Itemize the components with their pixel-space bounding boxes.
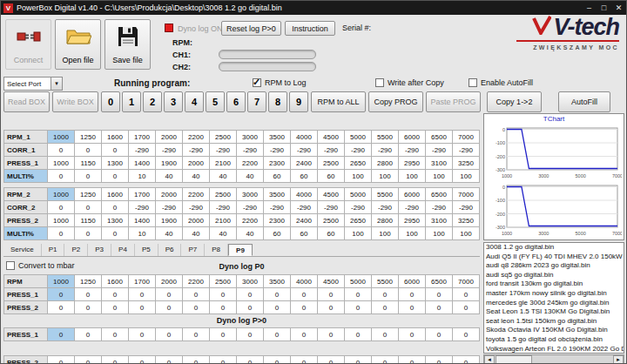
table-cell[interactable]: 100 [453,227,480,240]
table-cell[interactable]: 0 [237,356,264,364]
table-cell[interactable]: 0 [156,328,183,341]
table-cell[interactable]: 0 [102,288,129,301]
table-cell[interactable]: -290 [129,144,156,157]
table-cell[interactable]: 0 [129,328,156,341]
table-cell[interactable]: 0 [372,301,399,314]
open-file-button[interactable]: Open file [55,19,101,70]
table-cell[interactable]: 5500 [372,131,399,144]
table-cell[interactable]: 1600 [102,131,129,144]
write-after-copy-checkbox[interactable]: Write after Copy [375,78,444,87]
horizontal-scrollbar[interactable]: ◄ ► [483,354,624,364]
tab-service[interactable]: Service [3,244,42,256]
instruction-button[interactable]: Instruction [285,21,335,36]
table-cell[interactable]: 4000 [291,188,318,201]
table-cell[interactable]: 6500 [426,275,453,288]
table-cell[interactable]: 0 [453,328,480,341]
table-cell[interactable]: 0 [183,356,210,364]
table-cell[interactable]: 3500 [264,275,291,288]
table-cell[interactable]: 100 [399,227,426,240]
digit-button-7[interactable]: 7 [247,91,266,112]
table-cell[interactable]: 0 [102,356,129,364]
table-cell[interactable]: 0 [372,288,399,301]
table-cell[interactable]: 1000 [48,275,75,288]
table-cell[interactable]: 3500 [264,131,291,144]
table-cell[interactable]: 0 [75,170,102,183]
table-cell[interactable]: 0 [75,328,102,341]
file-list-item[interactable]: master 170km nowy silnik go digital.bin [484,289,624,299]
table-cell[interactable]: 0 [129,301,156,314]
table-cell[interactable]: 100 [372,227,399,240]
table-cell[interactable]: 7000 [453,188,480,201]
table-cell[interactable]: 2200 [237,157,264,170]
table-cell[interactable]: 0 [102,328,129,341]
tab-p9[interactable]: P9 [228,244,253,256]
table-cell[interactable]: -290 [426,144,453,157]
file-list-item[interactable]: Skoda Octavia IV 150KM Go Digital.bin [484,326,624,335]
table-cell[interactable]: 6500 [426,188,453,201]
table-cell[interactable]: -290 [210,201,237,214]
rpm-to-log-checkbox[interactable]: RPM to Log [253,78,307,87]
tab-p1[interactable]: P1 [42,244,65,256]
digit-button-8[interactable]: 8 [268,91,287,112]
scroll-left-arrow[interactable]: ◄ [484,355,495,364]
table-cell[interactable]: 0 [156,288,183,301]
table-cell[interactable]: 0 [264,328,291,341]
table-cell[interactable]: -290 [453,144,480,157]
table-cell[interactable]: 3100 [426,214,453,227]
table-cell[interactable]: 0 [102,227,129,240]
table-cell[interactable]: 2500 [210,275,237,288]
rpm-to-all-button[interactable]: RPM to ALL [311,91,366,112]
table-cell[interactable]: 1000 [48,131,75,144]
tab-p8[interactable]: P8 [205,244,228,256]
digit-button-6[interactable]: 6 [226,91,246,112]
table-cell[interactable]: 1700 [129,188,156,201]
table-cell[interactable]: 0 [264,301,291,314]
table-cell[interactable]: -290 [264,201,291,214]
file-list-item[interactable]: Audi Q5 II (FY FL) 40 TDI MHEV 2.0 150kW… [484,253,624,262]
table-cell[interactable]: 5000 [345,188,372,201]
table-cell[interactable]: 0 [75,288,102,301]
table-cell[interactable]: 0 [291,328,318,341]
table-cell[interactable]: 5000 [345,131,372,144]
write-box-button[interactable]: Write BOX [52,91,98,112]
table-cell[interactable]: 0 [48,227,75,240]
table-cell[interactable]: -290 [264,144,291,157]
table-cell[interactable]: 2300 [264,214,291,227]
table-cell[interactable]: 0 [48,144,75,157]
table-cell[interactable]: 5000 [345,275,372,288]
table-cell[interactable]: 2100 [210,214,237,227]
file-list-item[interactable]: audi q8 286km 2023 go digital.bin [484,261,624,271]
tab-p6[interactable]: P6 [158,244,182,256]
table-cell[interactable]: 3250 [453,157,480,170]
table-cell[interactable]: 0 [426,301,453,314]
table-cell[interactable]: 0 [399,328,426,341]
paste-prog-button[interactable]: Paste PROG [426,91,481,112]
file-list-item[interactable]: mercedes gle 300d 245km go digital.bin [484,299,624,308]
table-cell[interactable]: 0 [183,301,210,314]
table-cell[interactable]: 1400 [129,157,156,170]
digit-button-1[interactable]: 1 [122,91,141,112]
table-cell[interactable]: 2950 [399,214,426,227]
table-cell[interactable]: 3250 [453,214,480,227]
table-cell[interactable]: 0 [372,356,399,364]
table-cell[interactable]: 0 [318,288,345,301]
digit-button-9[interactable]: 9 [289,91,308,112]
table-cell[interactable]: 4000 [291,131,318,144]
table-cell[interactable]: 1000 [48,214,75,227]
table-cell[interactable]: 0 [75,356,102,364]
file-list-item[interactable]: toyota 1.5 go digital od obciążenia.bin [484,335,624,345]
table-cell[interactable]: -290 [345,201,372,214]
table-cell[interactable]: 60 [291,170,318,183]
table-cell[interactable]: -290 [210,144,237,157]
table-cell[interactable]: 100 [372,170,399,183]
table-cell[interactable]: 0 [210,301,237,314]
table-cell[interactable]: 2400 [291,214,318,227]
table-cell[interactable]: 60 [318,227,345,240]
table-cell[interactable]: 0 [75,227,102,240]
table-cell[interactable]: 7000 [453,131,480,144]
table-cell[interactable]: 0 [48,356,75,364]
table-cell[interactable]: 0 [183,288,210,301]
table-cell[interactable]: 0 [237,301,264,314]
table-cell[interactable]: 2500 [210,131,237,144]
table-cell[interactable]: -290 [183,201,210,214]
